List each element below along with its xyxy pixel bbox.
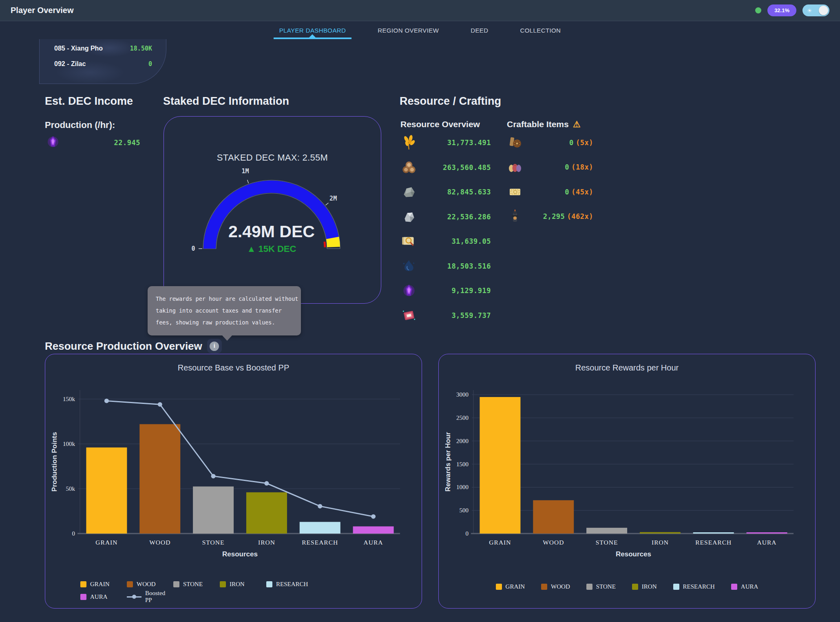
legend-item-iron[interactable]: IRON (220, 581, 266, 588)
x-category-label: WOOD (149, 539, 170, 546)
region-value: 0 (148, 60, 152, 68)
bar-iron[interactable] (246, 492, 287, 534)
legend-label: STONE (183, 581, 203, 588)
resource-row: 31,639.05 (400, 229, 491, 254)
y-tick-label: 2500 (456, 415, 469, 421)
legend-item-stone[interactable]: STONE (173, 581, 220, 588)
legend-item-wood[interactable]: WOOD (127, 581, 173, 588)
region-row[interactable]: 085 - Xiang Pho18.50K (40, 42, 166, 55)
y-tick-label: 0 (72, 530, 75, 537)
staked-dec-gauge: 01M2M2.49M DEC▲ 15K DEC (165, 162, 381, 269)
rpo-heading-label: Resource Production Overview (45, 340, 202, 353)
legend-item-aura[interactable]: AURA (80, 593, 127, 600)
rewards-per-hour-chart: 050010001500200025003000GRAINWOODSTONEIR… (439, 374, 816, 565)
line-point[interactable] (211, 474, 216, 479)
legend-item-iron[interactable]: IRON (632, 583, 657, 590)
bar-iron[interactable] (640, 532, 681, 534)
totem-icon (507, 209, 523, 225)
x-category-label: STONE (596, 539, 618, 546)
iron-icon (400, 208, 418, 225)
legend-swatch (266, 581, 272, 587)
bar-grain[interactable] (480, 397, 520, 534)
line-point[interactable] (318, 504, 322, 508)
x-category-label: RESEARCH (695, 539, 732, 546)
line-point[interactable] (371, 514, 376, 519)
craftable-amount: 0 (569, 139, 574, 147)
bar-research[interactable] (300, 522, 340, 534)
info-icon-halo[interactable]: i (207, 339, 222, 353)
x-category-label: IRON (652, 539, 669, 546)
line-point[interactable] (264, 481, 269, 485)
resource-overview-subheading: Resource Overview (400, 119, 480, 129)
craftable-value: 0 (5x) (569, 139, 593, 147)
legend-item-grain[interactable]: GRAIN (496, 583, 525, 590)
legend-label: IRON (642, 583, 657, 590)
aura-crystal-icon (400, 282, 418, 299)
tooltip-line: The rewards per hour are calculated with… (156, 293, 293, 305)
gauge-threshold-marker (325, 242, 325, 247)
staked-dec-card: STAKED DEC MAX: 2.55M 01M2M2.49M DEC▲ 15… (164, 116, 381, 304)
tooltip-line: taking into account taxes and transfer (156, 305, 293, 317)
region-row[interactable]: 092 - Zilac0 (40, 58, 166, 70)
legend-item-aura[interactable]: AURA (731, 583, 758, 590)
legend-row: GRAINWOODSTONEIRONRESEARCHAURA (496, 583, 758, 590)
bar-grain[interactable] (86, 448, 127, 534)
legend-swatch (220, 581, 226, 587)
production-label: Production (/hr): (45, 120, 115, 130)
bar-wood[interactable] (533, 500, 574, 534)
legend-item-grain[interactable]: GRAIN (80, 581, 127, 588)
bar-wood[interactable] (139, 424, 180, 534)
legend-item-boosted-pp[interactable]: Boosted PP (127, 590, 173, 604)
y-tick-label: 1500 (456, 461, 469, 468)
craftable-count: (5x) (576, 139, 593, 147)
chart-card-rewards-per-hour: Resource Rewards per Hour 05001000150020… (438, 354, 816, 609)
craftable-count: (462x) (567, 212, 593, 221)
aura-crystal-icon (45, 134, 61, 150)
line-point[interactable] (104, 399, 109, 403)
legend-item-research[interactable]: RESEARCH (673, 583, 715, 590)
tab-player-dashboard[interactable]: PLAYER DASHBOARD (274, 21, 352, 39)
research-icon (400, 233, 418, 250)
tab-deed[interactable]: DEED (465, 21, 494, 39)
info-icon[interactable]: i (210, 342, 219, 351)
y-tick-label: 100k (63, 441, 75, 447)
production-value: 22.945 (114, 139, 140, 147)
bar-stone[interactable] (586, 528, 627, 534)
chart-legend: GRAINWOODSTONEIRONRESEARCHAURABoosted PP (45, 581, 422, 604)
y-axis-title: Rewards per Hour (444, 432, 452, 492)
x-category-label: IRON (258, 539, 275, 546)
craftable-row: 0 (5x) (507, 130, 593, 155)
y-axis-title: Production Points (51, 432, 58, 492)
craftable-row: 2,295 (462x) (507, 205, 593, 229)
wagon-icon (507, 135, 523, 151)
bar-stone[interactable] (193, 487, 234, 534)
legend-item-research[interactable]: RESEARCH (266, 581, 313, 588)
bar-aura[interactable] (747, 532, 787, 534)
gauge-target-marker (333, 238, 334, 247)
x-category-label: GRAIN (95, 539, 117, 546)
y-tick-label: 1000 (456, 484, 469, 490)
legend-row: GRAINWOODSTONEIRONRESEARCH (80, 581, 422, 588)
tab-region-overview[interactable]: REGION OVERVIEW (372, 21, 444, 39)
y-tick-label: 150k (63, 396, 75, 402)
resource-row: 31,773.491 (400, 130, 491, 155)
legend-swatch (496, 584, 502, 590)
craftable-value: 0 (18x) (565, 163, 593, 172)
legend-item-stone[interactable]: STONE (586, 583, 616, 590)
resource-value: 18,503.516 (447, 262, 491, 270)
craftable-count: (45x) (571, 188, 593, 196)
legend-item-wood[interactable]: WOOD (541, 583, 570, 590)
progress-badge[interactable]: 32.1% (767, 4, 796, 16)
line-point[interactable] (158, 402, 162, 407)
craftable-items-label: Craftable Items (507, 119, 569, 129)
resource-row: 263,560.485 (400, 155, 491, 180)
resource-crafting-heading: Resource / Crafting (400, 95, 501, 108)
resource-value: 31,639.05 (451, 237, 491, 245)
tab-collection[interactable]: COLLECTION (515, 21, 567, 39)
legend-swatch (80, 581, 86, 587)
bar-research[interactable] (693, 532, 734, 534)
theme-toggle[interactable]: ☀ (802, 4, 829, 16)
x-axis-title: Resources (222, 550, 258, 558)
bar-aura[interactable] (353, 526, 394, 534)
resource-value: 31,773.491 (447, 139, 491, 147)
